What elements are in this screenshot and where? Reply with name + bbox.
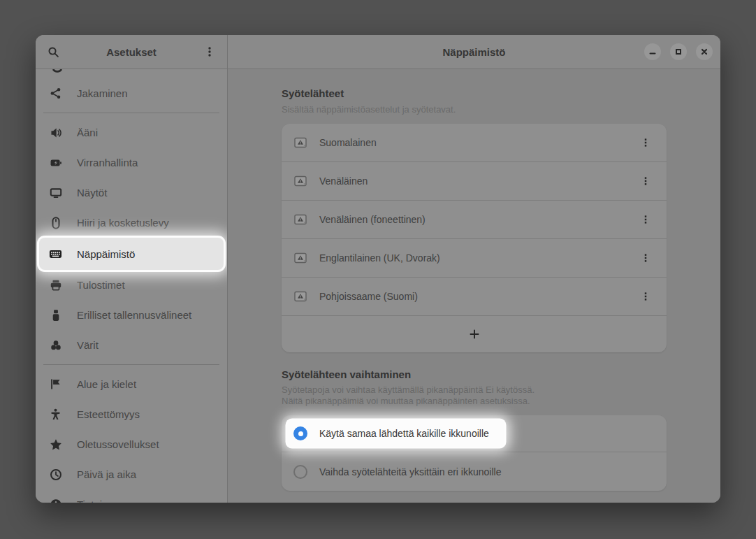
input-sources-title: Syötelähteet bbox=[282, 87, 667, 99]
sidebar-item-label: Hiiri ja kosketuslevy bbox=[77, 217, 169, 229]
star-icon bbox=[49, 438, 62, 451]
sidebar-item-label: Virranhallinta bbox=[77, 157, 138, 168]
flag-icon bbox=[49, 378, 62, 391]
sidebar-item-esteettomyys[interactable]: Esteettömyys bbox=[39, 399, 224, 429]
sidebar-item-label: Erilliset tallennusvälineet bbox=[77, 309, 191, 321]
close-button[interactable] bbox=[696, 43, 713, 60]
sidebar-item-label: Tulostimet bbox=[77, 279, 125, 291]
highlighted-option[interactable]: Käytä samaa lähdettä kaikille ikkunoille bbox=[287, 420, 504, 447]
sidebar-item-nappaimisto[interactable]: Näppäimistö bbox=[39, 238, 224, 270]
sidebar-item-virranhallinta[interactable]: Virranhallinta bbox=[39, 148, 224, 178]
clock-icon bbox=[49, 468, 62, 481]
source-menu-button[interactable] bbox=[637, 172, 655, 190]
main-panel: Näppäimistö bbox=[228, 35, 720, 503]
missing-image-icon bbox=[293, 174, 307, 188]
partial-icon bbox=[52, 69, 63, 75]
sidebar-header: Asetukset bbox=[36, 35, 227, 69]
input-source-row[interactable]: Venäläinen (foneettinen) bbox=[282, 201, 667, 239]
sidebar-item-aani[interactable]: Ääni bbox=[39, 117, 224, 148]
sidebar-item-paiva-ja-aika[interactable]: Päivä ja aika bbox=[39, 459, 224, 489]
keyboard-settings-content: Syötelähteet Sisältää näppäimistöasettel… bbox=[228, 69, 720, 503]
sidebar-item-alue-ja-kielet[interactable]: Alue ja kielet bbox=[39, 369, 224, 399]
sidebar-item-label: Näytöt bbox=[77, 187, 107, 199]
sidebar-item-label: Oletussovellukset bbox=[77, 438, 159, 450]
sidebar-item-tallennusvalineet[interactable]: Erilliset tallennusvälineet bbox=[39, 300, 224, 330]
sidebar-item-label: Värit bbox=[77, 339, 99, 351]
sidebar-divider bbox=[43, 364, 219, 365]
switching-description: Syötetapoja voi vaihtaa käyttämällä pika… bbox=[282, 385, 667, 406]
info-icon bbox=[49, 498, 62, 503]
menu-kebab-icon bbox=[204, 46, 215, 57]
sidebar-app-title: Asetukset bbox=[106, 46, 157, 58]
missing-image-icon bbox=[293, 289, 307, 303]
battery-icon bbox=[49, 156, 62, 169]
switching-description-line1: Syötetapoja voi vaihtaa käyttämällä pika… bbox=[282, 385, 667, 396]
minimize-icon bbox=[648, 48, 657, 56]
input-sources-subtitle: Sisältää näppäimistöasettelut ja syöteta… bbox=[282, 104, 667, 115]
sidebar-item-hiiri[interactable]: Hiiri ja kosketuslevy bbox=[39, 208, 224, 238]
sidebar-item-label: Päivä ja aika bbox=[77, 468, 136, 480]
sidebar-item-label: Ääni bbox=[77, 127, 98, 138]
add-input-source-button[interactable] bbox=[282, 316, 667, 352]
color-circles-icon bbox=[49, 338, 62, 352]
speaker-icon bbox=[49, 126, 62, 139]
radio-selected-icon[interactable] bbox=[293, 426, 307, 440]
sidebar-item-naytot[interactable]: Näytöt bbox=[39, 178, 224, 208]
usb-drive-icon bbox=[49, 308, 62, 322]
main-header: Näppäimistö bbox=[228, 35, 720, 69]
printer-icon bbox=[49, 278, 62, 292]
option-label: Käytä samaa lähdettä kaikille ikkunoille bbox=[319, 428, 489, 439]
input-sources-card: Suomalainen Venäläinen bbox=[282, 124, 667, 352]
input-source-row[interactable]: Venäläinen bbox=[282, 162, 667, 201]
sidebar-nav: Jakaminen Ääni Virranhallinta Näytöt bbox=[36, 69, 227, 503]
settings-window: Asetukset Jakaminen bbox=[36, 35, 720, 503]
input-source-label: Venäläinen (foneettinen) bbox=[319, 214, 625, 225]
input-source-label: Pohjoissaame (Suomi) bbox=[319, 291, 625, 302]
input-source-label: Englantilainen (UK, Dvorak) bbox=[319, 252, 625, 264]
input-source-row[interactable]: Englantilainen (UK, Dvorak) bbox=[282, 239, 667, 278]
missing-image-icon bbox=[293, 213, 307, 227]
page-title: Näppäimistö bbox=[442, 46, 505, 58]
source-menu-button[interactable] bbox=[637, 210, 655, 229]
sidebar-item-oletussovellukset[interactable]: Oletussovellukset bbox=[39, 429, 224, 459]
switching-title: Syötelähteen vaihtaminen bbox=[282, 368, 667, 380]
input-source-row[interactable]: Pohjoissaame (Suomi) bbox=[282, 278, 667, 316]
share-icon bbox=[49, 87, 62, 100]
sidebar-item-label: Alue ja kielet bbox=[77, 378, 136, 390]
source-menu-button[interactable] bbox=[637, 249, 655, 267]
missing-image-icon bbox=[293, 251, 307, 265]
source-menu-button[interactable] bbox=[637, 287, 655, 306]
sidebar: Asetukset Jakaminen bbox=[36, 35, 228, 503]
switching-options-card: Käytä samaa lähdettä kaikille ikkunoille… bbox=[282, 415, 667, 491]
option-row-same-source[interactable]: Käytä samaa lähdettä kaikille ikkunoille bbox=[282, 415, 667, 452]
sidebar-item-varit[interactable]: Värit bbox=[39, 330, 224, 360]
sidebar-item-label: Tietoja bbox=[77, 498, 108, 503]
monitor-icon bbox=[49, 186, 62, 199]
accessibility-icon bbox=[49, 408, 62, 421]
maximize-icon bbox=[674, 48, 683, 56]
sidebar-item-partial[interactable] bbox=[39, 69, 224, 78]
keyboard-icon bbox=[49, 247, 62, 261]
sidebar-item-tulostimet[interactable]: Tulostimet bbox=[39, 270, 224, 300]
search-icon bbox=[48, 46, 59, 58]
sidebar-item-tietoja[interactable]: Tietoja bbox=[39, 489, 224, 503]
sidebar-item-jakaminen[interactable]: Jakaminen bbox=[39, 78, 224, 108]
input-source-label: Suomalainen bbox=[319, 137, 625, 148]
sidebar-divider bbox=[43, 113, 219, 113]
minimize-button[interactable] bbox=[644, 43, 661, 60]
radio-unselected-icon[interactable] bbox=[293, 465, 307, 479]
search-button[interactable] bbox=[43, 41, 64, 62]
switching-description-line2: Näitä pikanäppäimiä voi muuttaa pikanäpp… bbox=[282, 396, 667, 407]
sidebar-item-label: Jakaminen bbox=[77, 87, 128, 99]
primary-menu-button[interactable] bbox=[199, 41, 220, 62]
sidebar-item-label: Näppäimistö bbox=[77, 248, 135, 260]
maximize-button[interactable] bbox=[670, 43, 687, 60]
input-source-row[interactable]: Suomalainen bbox=[282, 124, 667, 162]
sidebar-item-label: Esteettömyys bbox=[77, 408, 140, 420]
source-menu-button[interactable] bbox=[637, 134, 655, 152]
option-label: Vaihda syötelähteitä yksittäin eri ikkun… bbox=[319, 466, 501, 477]
input-source-label: Venäläinen bbox=[319, 175, 625, 187]
missing-image-icon bbox=[293, 136, 307, 150]
option-row-per-window[interactable]: Vaihda syötelähteitä yksittäin eri ikkun… bbox=[282, 452, 667, 491]
plus-icon bbox=[469, 329, 480, 340]
